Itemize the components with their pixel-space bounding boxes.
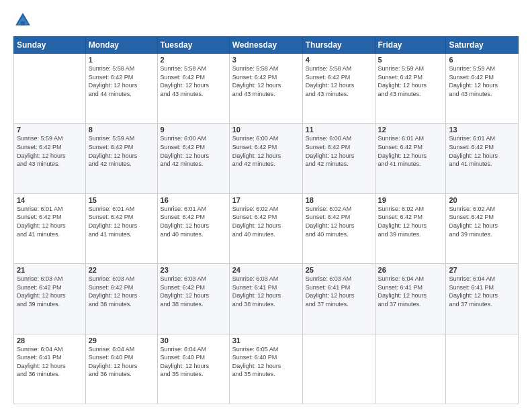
day-cell: 23Sunrise: 6:03 AM Sunset: 6:42 PM Dayli…	[157, 264, 229, 334]
day-cell	[375, 334, 446, 404]
day-info: Sunrise: 6:03 AM Sunset: 6:42 PM Dayligh…	[89, 275, 154, 308]
day-info: Sunrise: 5:58 AM Sunset: 6:42 PM Dayligh…	[306, 64, 372, 98]
day-info: Sunrise: 6:04 AM Sunset: 6:41 PM Dayligh…	[449, 275, 515, 308]
day-cell: 21Sunrise: 6:03 AM Sunset: 6:42 PM Dayli…	[14, 264, 86, 334]
day-cell	[14, 54, 86, 124]
day-cell: 12Sunrise: 6:01 AM Sunset: 6:42 PM Dayli…	[375, 124, 446, 193]
day-info: Sunrise: 6:01 AM Sunset: 6:42 PM Dayligh…	[161, 205, 226, 238]
day-cell	[302, 334, 375, 404]
header-row: SundayMondayTuesdayWednesdayThursdayFrid…	[14, 37, 519, 54]
day-info: Sunrise: 6:00 AM Sunset: 6:42 PM Dayligh…	[306, 134, 372, 168]
week-row-4: 21Sunrise: 6:03 AM Sunset: 6:42 PM Dayli…	[14, 264, 519, 334]
day-info: Sunrise: 6:03 AM Sunset: 6:42 PM Dayligh…	[17, 275, 83, 308]
day-cell: 19Sunrise: 6:02 AM Sunset: 6:42 PM Dayli…	[375, 193, 446, 263]
day-number: 24	[232, 266, 300, 274]
logo-icon	[13, 11, 32, 30]
day-number: 11	[306, 126, 372, 134]
day-number: 27	[449, 266, 515, 274]
day-number: 26	[378, 266, 443, 274]
week-row-1: 1Sunrise: 5:58 AM Sunset: 6:42 PM Daylig…	[14, 54, 519, 124]
day-info: Sunrise: 6:02 AM Sunset: 6:42 PM Dayligh…	[378, 205, 443, 238]
calendar-body: 1Sunrise: 5:58 AM Sunset: 6:42 PM Daylig…	[14, 54, 519, 404]
week-row-5: 28Sunrise: 6:04 AM Sunset: 6:41 PM Dayli…	[14, 334, 519, 404]
week-row-2: 7Sunrise: 5:59 AM Sunset: 6:42 PM Daylig…	[14, 124, 519, 193]
day-info: Sunrise: 6:04 AM Sunset: 6:40 PM Dayligh…	[161, 345, 226, 379]
day-cell: 5Sunrise: 5:59 AM Sunset: 6:42 PM Daylig…	[375, 54, 446, 124]
day-number: 9	[161, 126, 226, 134]
day-cell: 26Sunrise: 6:04 AM Sunset: 6:41 PM Dayli…	[375, 264, 446, 334]
logo	[13, 11, 35, 30]
day-number: 4	[306, 56, 372, 64]
col-header-friday: Friday	[375, 37, 446, 54]
day-info: Sunrise: 6:03 AM Sunset: 6:41 PM Dayligh…	[306, 275, 372, 308]
page: SundayMondayTuesdayWednesdayThursdayFrid…	[0, 0, 532, 411]
col-header-sunday: Sunday	[14, 37, 86, 54]
day-info: Sunrise: 6:03 AM Sunset: 6:42 PM Dayligh…	[161, 275, 226, 308]
day-number: 10	[232, 126, 300, 134]
day-info: Sunrise: 6:04 AM Sunset: 6:40 PM Dayligh…	[89, 345, 154, 379]
svg-rect-2	[21, 21, 25, 26]
day-number: 6	[449, 56, 515, 64]
day-info: Sunrise: 6:00 AM Sunset: 6:42 PM Dayligh…	[161, 134, 226, 168]
day-cell: 18Sunrise: 6:02 AM Sunset: 6:42 PM Dayli…	[302, 193, 375, 263]
day-cell: 13Sunrise: 6:01 AM Sunset: 6:42 PM Dayli…	[446, 124, 519, 193]
day-cell: 6Sunrise: 5:59 AM Sunset: 6:42 PM Daylig…	[446, 54, 519, 124]
day-cell: 17Sunrise: 6:02 AM Sunset: 6:42 PM Dayli…	[229, 193, 302, 263]
day-cell: 15Sunrise: 6:01 AM Sunset: 6:42 PM Dayli…	[85, 193, 157, 263]
calendar-table: SundayMondayTuesdayWednesdayThursdayFrid…	[13, 36, 519, 404]
day-number: 31	[232, 336, 300, 345]
day-cell: 24Sunrise: 6:03 AM Sunset: 6:41 PM Dayli…	[229, 264, 302, 334]
col-header-thursday: Thursday	[302, 37, 375, 54]
day-info: Sunrise: 5:58 AM Sunset: 6:42 PM Dayligh…	[161, 64, 226, 98]
col-header-wednesday: Wednesday	[229, 37, 302, 54]
day-number: 22	[89, 266, 154, 274]
day-cell: 16Sunrise: 6:01 AM Sunset: 6:42 PM Dayli…	[157, 193, 229, 263]
day-info: Sunrise: 5:59 AM Sunset: 6:42 PM Dayligh…	[89, 134, 154, 168]
day-cell: 29Sunrise: 6:04 AM Sunset: 6:40 PM Dayli…	[85, 334, 157, 404]
day-number: 1	[89, 56, 154, 64]
day-number: 16	[161, 196, 226, 204]
day-cell: 14Sunrise: 6:01 AM Sunset: 6:42 PM Dayli…	[14, 193, 86, 263]
day-cell: 2Sunrise: 5:58 AM Sunset: 6:42 PM Daylig…	[157, 54, 229, 124]
day-info: Sunrise: 5:58 AM Sunset: 6:42 PM Dayligh…	[232, 64, 300, 98]
day-cell: 20Sunrise: 6:02 AM Sunset: 6:42 PM Dayli…	[446, 193, 519, 263]
day-info: Sunrise: 5:59 AM Sunset: 6:42 PM Dayligh…	[17, 134, 83, 168]
day-info: Sunrise: 6:02 AM Sunset: 6:42 PM Dayligh…	[306, 205, 372, 238]
week-row-3: 14Sunrise: 6:01 AM Sunset: 6:42 PM Dayli…	[14, 193, 519, 263]
col-header-monday: Monday	[85, 37, 157, 54]
day-cell: 8Sunrise: 5:59 AM Sunset: 6:42 PM Daylig…	[85, 124, 157, 193]
day-number: 28	[17, 336, 83, 345]
day-info: Sunrise: 6:01 AM Sunset: 6:42 PM Dayligh…	[449, 134, 515, 168]
day-number: 30	[161, 336, 226, 345]
day-info: Sunrise: 6:02 AM Sunset: 6:42 PM Dayligh…	[232, 205, 300, 238]
day-info: Sunrise: 6:01 AM Sunset: 6:42 PM Dayligh…	[378, 134, 443, 168]
col-header-tuesday: Tuesday	[157, 37, 229, 54]
day-cell: 31Sunrise: 6:05 AM Sunset: 6:40 PM Dayli…	[229, 334, 302, 404]
day-number: 3	[232, 56, 300, 64]
day-cell: 30Sunrise: 6:04 AM Sunset: 6:40 PM Dayli…	[157, 334, 229, 404]
day-number: 23	[161, 266, 226, 274]
day-number: 13	[449, 126, 515, 134]
day-info: Sunrise: 6:05 AM Sunset: 6:40 PM Dayligh…	[232, 345, 300, 379]
day-info: Sunrise: 6:04 AM Sunset: 6:41 PM Dayligh…	[378, 275, 443, 308]
day-number: 12	[378, 126, 443, 134]
day-info: Sunrise: 6:02 AM Sunset: 6:42 PM Dayligh…	[449, 205, 515, 238]
day-cell: 11Sunrise: 6:00 AM Sunset: 6:42 PM Dayli…	[302, 124, 375, 193]
day-number: 14	[17, 196, 83, 204]
day-cell	[446, 334, 519, 404]
day-info: Sunrise: 5:59 AM Sunset: 6:42 PM Dayligh…	[378, 64, 443, 98]
day-cell: 22Sunrise: 6:03 AM Sunset: 6:42 PM Dayli…	[85, 264, 157, 334]
day-number: 8	[89, 126, 154, 134]
day-cell: 7Sunrise: 5:59 AM Sunset: 6:42 PM Daylig…	[14, 124, 86, 193]
day-cell: 10Sunrise: 6:00 AM Sunset: 6:42 PM Dayli…	[229, 124, 302, 193]
calendar-header: SundayMondayTuesdayWednesdayThursdayFrid…	[14, 37, 519, 54]
day-info: Sunrise: 5:59 AM Sunset: 6:42 PM Dayligh…	[449, 64, 515, 98]
day-info: Sunrise: 6:03 AM Sunset: 6:41 PM Dayligh…	[232, 275, 300, 308]
day-cell: 4Sunrise: 5:58 AM Sunset: 6:42 PM Daylig…	[302, 54, 375, 124]
day-number: 17	[232, 196, 300, 204]
col-header-saturday: Saturday	[446, 37, 519, 54]
day-number: 5	[378, 56, 443, 64]
day-number: 2	[161, 56, 226, 64]
day-cell: 28Sunrise: 6:04 AM Sunset: 6:41 PM Dayli…	[14, 334, 86, 404]
day-number: 18	[306, 196, 372, 204]
